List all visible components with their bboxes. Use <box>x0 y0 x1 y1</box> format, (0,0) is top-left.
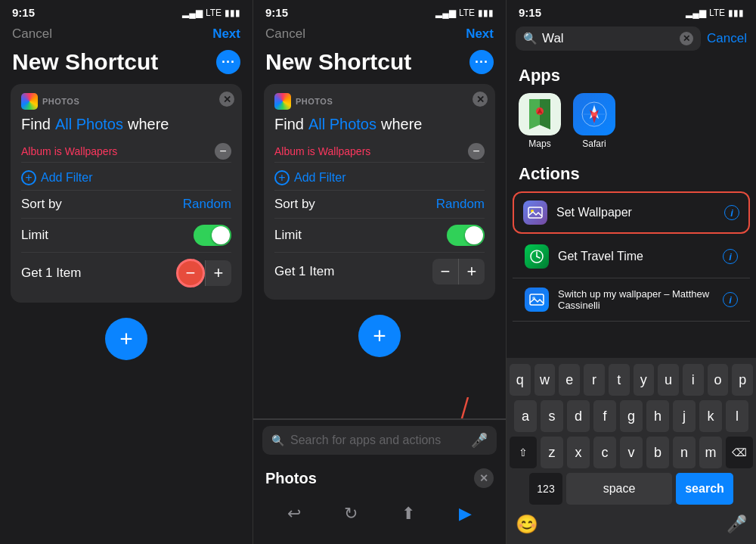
cancel-button-2[interactable]: Cancel <box>265 26 305 42</box>
back-icon[interactable]: ↩ <box>279 499 309 529</box>
search-icon-glyph: 🔍 <box>271 434 284 446</box>
title-row-2: New Shortcut ··· <box>253 46 506 84</box>
stepper-minus-1[interactable]: − <box>176 259 205 288</box>
lte-label-3: LTE <box>709 8 725 18</box>
limit-toggle-1[interactable] <box>194 225 231 246</box>
switch-wallpaper-info-button[interactable]: i <box>723 292 738 307</box>
search-magnifier-icon: 🔍 <box>523 32 538 45</box>
app-item-safari[interactable]: Safari <box>573 93 615 149</box>
key-v[interactable]: v <box>620 437 643 468</box>
stepper-plus-1[interactable]: + <box>206 260 231 286</box>
find-row-1: Find All Photos where <box>21 116 231 133</box>
microphone-icon[interactable]: 🎤 <box>471 432 488 449</box>
key-r[interactable]: r <box>584 364 605 396</box>
sort-value-2[interactable]: Random <box>436 197 485 212</box>
search-placeholder: Search for apps and actions <box>290 434 465 447</box>
app-item-maps[interactable]: Maps <box>519 93 561 149</box>
add-action-button-1[interactable]: + <box>105 318 147 360</box>
key-w[interactable]: w <box>534 364 556 396</box>
more-button-2[interactable]: ··· <box>469 50 494 74</box>
next-button-2[interactable]: Next <box>466 26 494 42</box>
limit-toggle-2[interactable] <box>447 225 485 246</box>
key-f[interactable]: f <box>593 400 616 432</box>
key-i[interactable]: i <box>683 364 704 396</box>
all-photos-link-1[interactable]: All Photos <box>55 116 123 133</box>
key-l[interactable]: l <box>726 400 748 432</box>
key-c[interactable]: c <box>593 437 616 468</box>
stepper-plus-2[interactable]: + <box>459 259 485 284</box>
backspace-key[interactable]: ⌫ <box>726 437 753 468</box>
key-s[interactable]: s <box>541 400 563 432</box>
play-icon[interactable]: ▶ <box>450 499 480 529</box>
key-t[interactable]: t <box>609 364 630 396</box>
find-text-1: Find <box>21 116 51 133</box>
action-item-set-wallpaper[interactable]: Set Wallpaper i <box>513 191 750 234</box>
status-time-2: 9:15 <box>265 6 288 19</box>
add-filter-icon-2: + <box>274 170 290 185</box>
key-j[interactable]: j <box>673 400 696 432</box>
key-k[interactable]: k <box>699 400 722 432</box>
stepper-minus-2[interactable]: − <box>432 259 458 284</box>
key-h[interactable]: h <box>646 400 669 432</box>
key-y[interactable]: y <box>634 364 655 396</box>
add-filter-row-1[interactable]: + Add Filter <box>21 166 231 191</box>
filter-op-2: is <box>308 145 315 157</box>
next-button-1[interactable]: Next <box>212 26 240 42</box>
action-item-switch-wallpaper[interactable]: Switch up my wallpaper – Matthew Cassine… <box>513 278 750 322</box>
add-filter-row-2[interactable]: + Add Filter <box>274 166 485 191</box>
key-e[interactable]: e <box>559 364 580 396</box>
action-item-travel-time[interactable]: Get Travel Time i <box>513 235 750 278</box>
shift-key[interactable]: ⇧ <box>510 437 537 468</box>
travel-time-info-button[interactable]: i <box>723 249 738 264</box>
key-b[interactable]: b <box>646 437 669 468</box>
status-time-3: 9:15 <box>519 6 541 19</box>
actions-section-title: Actions <box>507 161 756 191</box>
key-n[interactable]: n <box>673 437 696 468</box>
search-cancel-button[interactable]: Cancel <box>707 31 747 46</box>
key-p[interactable]: p <box>732 364 753 396</box>
sort-value-1[interactable]: Random <box>183 197 231 212</box>
more-button-1[interactable]: ··· <box>216 50 240 74</box>
dictation-key[interactable]: 🎤 <box>727 514 747 534</box>
key-x[interactable]: x <box>567 437 590 468</box>
search-key[interactable]: search <box>676 473 733 505</box>
key-g[interactable]: g <box>620 400 643 432</box>
numbers-key[interactable]: 123 <box>529 473 562 505</box>
sort-label-2: Sort by <box>274 197 315 212</box>
space-key[interactable]: space <box>566 473 672 505</box>
filter-remove-2[interactable]: − <box>468 143 485 160</box>
bottom-close-button[interactable]: ✕ <box>474 468 494 488</box>
apps-section-title: Apps <box>507 63 756 93</box>
add-filter-label-1: Add Filter <box>41 171 92 185</box>
key-z[interactable]: z <box>541 437 563 468</box>
search-input[interactable]: Wal <box>542 31 675 46</box>
key-d[interactable]: d <box>567 400 590 432</box>
emoji-key[interactable]: 😊 <box>516 514 538 535</box>
all-photos-link-2[interactable]: All Photos <box>308 116 376 133</box>
card-close-2[interactable]: ✕ <box>472 92 488 107</box>
status-bar-3: 9:15 ▂▄▆ LTE ▮▮▮ <box>507 0 756 22</box>
card-close-1[interactable]: ✕ <box>219 92 234 107</box>
keyboard: q w e r t y u i o p a s d f g h j k l ⇧ … <box>507 358 756 544</box>
filter-remove-1[interactable]: − <box>215 143 231 160</box>
search-results: Apps Maps <box>507 55 756 358</box>
key-q[interactable]: q <box>510 364 531 396</box>
key-a[interactable]: a <box>514 400 537 432</box>
filter-op-1: is <box>54 145 62 157</box>
card-app-label-2: PHOTOS <box>296 97 333 106</box>
cancel-button-1[interactable]: Cancel <box>12 26 52 42</box>
search-action-input[interactable]: 🔍 Search for apps and actions 🎤 <box>262 426 497 455</box>
key-u[interactable]: u <box>658 364 679 396</box>
search-input-container[interactable]: 🔍 Wal ✕ <box>516 26 701 51</box>
shortcut-card-2: ✕ PHOTOS Find All Photos where Album is … <box>264 84 495 300</box>
set-wallpaper-info-button[interactable]: i <box>724 205 739 220</box>
add-action-button-2[interactable]: + <box>358 315 401 357</box>
status-icons-3: ▂▄▆ LTE ▮▮▮ <box>686 8 744 18</box>
limit-label-1: Limit <box>21 228 48 243</box>
refresh-icon[interactable]: ↻ <box>336 499 366 529</box>
share-icon[interactable]: ⬆ <box>393 499 423 529</box>
key-m[interactable]: m <box>699 437 722 468</box>
search-clear-button[interactable]: ✕ <box>680 32 693 45</box>
key-o[interactable]: o <box>708 364 729 396</box>
sort-label-1: Sort by <box>21 197 62 212</box>
